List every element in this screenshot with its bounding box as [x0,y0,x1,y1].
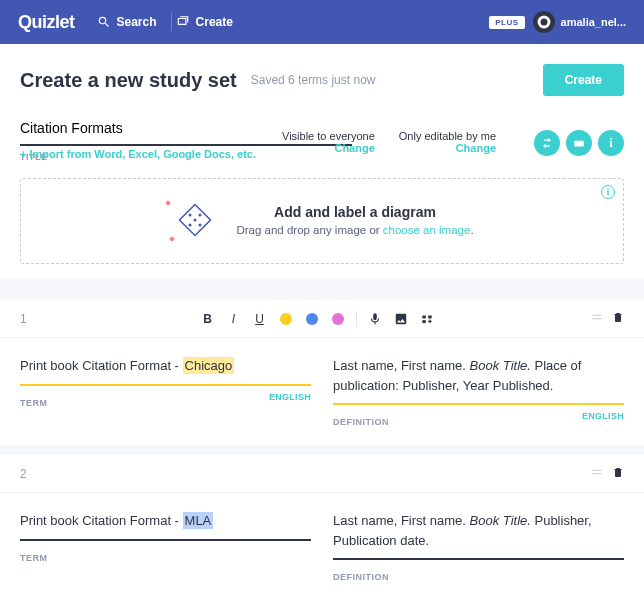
visibility-change[interactable]: Change [282,142,375,154]
definition-label: DEFINITION [333,572,389,582]
svg-rect-9 [422,315,426,318]
nav-separator [171,13,172,31]
term-card: 1 B I U Print book Citation Format - Chi… [0,300,644,445]
image-button[interactable] [393,311,409,327]
mic-button[interactable] [367,311,383,327]
svg-point-8 [199,224,202,227]
term-label: TERM [20,398,48,408]
page-header: Create a new study set Saved 6 terms jus… [0,44,644,278]
highlight-blue[interactable] [304,311,320,327]
italic-button[interactable]: I [226,311,242,327]
definition-input[interactable]: Last name, First name. Book Title. Place… [333,356,624,405]
visibility-block: Visible to everyone Change [282,130,375,156]
choose-image-link[interactable]: choose an image [383,224,471,236]
term-label: TERM [20,553,48,563]
svg-point-7 [189,224,192,227]
term-language[interactable]: ENGLISH [269,392,311,408]
logo[interactable]: Quizlet [18,12,75,33]
swap-button[interactable] [534,130,560,156]
more-icon [420,312,434,326]
bold-button[interactable]: B [200,311,216,327]
delete-button[interactable] [612,465,624,482]
toolbar-separator [356,311,357,327]
nav-create-label: Create [196,15,233,29]
svg-rect-10 [428,315,432,318]
nav-search[interactable]: Search [97,15,157,29]
highlight-pink[interactable] [330,311,346,327]
create-button[interactable]: Create [543,64,624,96]
highlight-yellow[interactable] [278,311,294,327]
term-input[interactable]: Print book Citation Format - MLA [20,511,311,541]
card-number: 1 [20,312,44,326]
definition-language[interactable]: ENGLISH [582,411,624,427]
editable-label: Only editable by me [399,130,496,142]
swap-icon [540,136,554,150]
trash-icon [612,465,624,479]
diagram-title: Add and label a diagram [236,204,473,220]
editable-change[interactable]: Change [399,142,496,154]
definition-input[interactable]: Last name, First name. Book Title. Publi… [333,511,624,560]
save-status: Saved 6 terms just now [251,73,376,87]
image-icon [394,312,408,326]
avatar[interactable] [533,11,555,33]
svg-point-5 [189,214,192,217]
trash-icon [612,310,624,324]
plus-badge: PLUS [489,16,524,29]
avatar-icon [537,15,551,29]
svg-rect-2 [574,141,583,147]
diagram-info-icon[interactable]: i [601,185,615,199]
term-card: 2 Print book Citation Format - MLA TERM … [0,455,644,599]
search-icon [97,15,111,29]
delete-button[interactable] [612,310,624,327]
keyboard-button[interactable] [566,130,592,156]
svg-point-1 [540,19,547,26]
term-input[interactable]: Print book Citation Format - Chicago [20,356,311,386]
diagram-dropzone[interactable]: i Add and label a diagram Drag and drop … [20,178,624,264]
editable-block: Only editable by me Change [399,130,496,156]
format-toolbar: B I U [44,311,590,327]
card-number: 2 [20,467,44,481]
underline-button[interactable]: U [252,311,268,327]
info-button[interactable]: i [598,130,624,156]
import-link[interactable]: + Import from Word, Excel, Google Docs, … [20,148,256,160]
drag-handle[interactable] [590,310,604,327]
diagram-subtitle: Drag and drop any image or choose an ima… [236,224,473,236]
diagram-art-icon [170,195,220,245]
more-button[interactable] [419,311,435,327]
drag-handle[interactable] [590,465,604,482]
definition-label: DEFINITION [333,417,389,427]
nav-search-label: Search [117,15,157,29]
top-nav: Quizlet Search Create PLUS amalia_nel... [0,0,644,44]
visibility-label: Visible to everyone [282,130,375,142]
svg-point-6 [199,214,202,217]
keyboard-icon [572,136,586,150]
svg-point-4 [194,219,197,222]
info-icon: i [609,135,613,151]
nav-create[interactable]: Create [176,15,233,29]
mic-icon [368,312,382,326]
svg-rect-11 [422,320,426,323]
drag-icon [590,465,604,479]
page-title: Create a new study set [20,69,237,92]
username[interactable]: amalia_nel... [561,16,626,28]
drag-icon [590,310,604,324]
create-icon [176,15,190,29]
